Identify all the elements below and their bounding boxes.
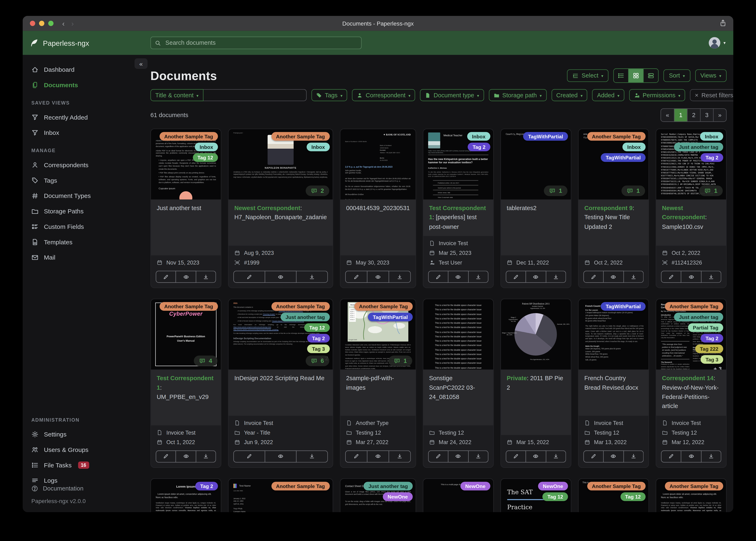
preview-button[interactable]: [265, 271, 296, 283]
tag-pill[interactable]: Just another tag: [364, 482, 413, 490]
preview-button[interactable]: [604, 450, 624, 462]
tag-pill[interactable]: Tag 12: [543, 492, 568, 501]
tag-pill[interactable]: Inbox: [307, 143, 330, 151]
tag-pill[interactable]: Inbox: [700, 132, 723, 141]
pagination-next[interactable]: »: [713, 109, 726, 122]
sidebar-item-document-types[interactable]: Document Types: [23, 188, 141, 203]
tag-pill[interactable]: Tag 3: [307, 344, 330, 353]
comment-count-badge[interactable]: 1: [544, 186, 567, 196]
search-input[interactable]: [164, 39, 357, 47]
pagination-page-2[interactable]: 2: [687, 109, 700, 122]
edit-button[interactable]: [506, 271, 526, 283]
created-filter-button[interactable]: Created▾: [551, 89, 587, 101]
edit-button[interactable]: [233, 450, 265, 462]
tag-pill[interactable]: NewOne: [460, 482, 490, 490]
document-thumbnail[interactable]: French Country Bread For the Leaven 1 he…: [579, 299, 649, 369]
select-button[interactable]: Select▾: [567, 69, 609, 82]
document-thumbnail[interactable]: Contact Sheet Demo Given a set of image …: [340, 479, 416, 512]
tag-pill[interactable]: TagWithPartial: [368, 313, 413, 321]
tag-pill[interactable]: Partial Tag: [688, 323, 723, 332]
tag-pill[interactable]: Another Sample Tag: [271, 302, 330, 311]
edit-button[interactable]: [428, 450, 449, 462]
sidebar-item-documents[interactable]: Documents: [23, 77, 141, 93]
edit-button[interactable]: [345, 271, 367, 283]
document-thumbnail[interactable]: CyberPower PowerPanel® Business Edition …: [151, 299, 221, 369]
document-thumbnail[interactable]: Serial Number,Company Name,Employe 97881…: [656, 129, 726, 199]
tag-pill[interactable]: TagWithPartial: [601, 302, 645, 311]
documentation-link[interactable]: Documentation: [23, 482, 141, 495]
document-card[interactable]: CyberPower PowerPanel® Business Edition …: [150, 299, 221, 468]
sidebar-item-templates[interactable]: Templates: [23, 234, 141, 250]
document-type-filter-button[interactable]: Document type▾: [420, 89, 484, 101]
edit-button[interactable]: [583, 450, 604, 462]
document-correspondent[interactable]: Correspondent 14: [662, 375, 713, 382]
download-button[interactable]: [624, 271, 644, 283]
user-menu[interactable]: ▾: [709, 37, 726, 49]
views-button[interactable]: Views▾: [695, 69, 727, 82]
tag-pill[interactable]: Inbox: [195, 143, 218, 151]
tag-pill[interactable]: Just another tag: [674, 143, 723, 151]
document-card[interactable]: The SAT PracticeTest #1 Make time to tak…: [500, 478, 571, 512]
share-icon[interactable]: [719, 19, 726, 29]
sidebar-item-users-groups[interactable]: Users & Groups: [23, 442, 141, 457]
edit-button[interactable]: [156, 271, 176, 283]
tag-pill[interactable]: Tag 2: [468, 143, 490, 151]
download-button[interactable]: [546, 450, 566, 462]
document-correspondent[interactable]: Newest Correspondent: [662, 205, 705, 221]
document-card[interactable]: Test Name 123-456-7890 January 2, 2022 J…: [228, 478, 333, 512]
document-card[interactable]: Lorem ipsum Lorem ipsum dolor sit amet, …: [656, 478, 727, 512]
sidebar-item-recently-added[interactable]: Recently Added: [23, 109, 141, 125]
sort-button[interactable]: Sort▾: [664, 69, 690, 82]
title-content-filter-input[interactable]: [203, 89, 306, 101]
download-button[interactable]: [546, 271, 566, 283]
sidebar-item-storage-paths[interactable]: Storage Paths: [23, 203, 141, 219]
document-thumbnail[interactable]: Boundary Waters Trip Legend■ Day 1■ Day …: [340, 299, 416, 369]
document-title[interactable]: Private: 2011 BP Pie 2: [501, 370, 571, 435]
document-title[interactable]: Just another test: [151, 199, 221, 255]
comment-count-badge[interactable]: 1: [389, 356, 412, 366]
document-card[interactable]: Lorem ipsum Lorem ipsum dolor sit amet, …: [150, 478, 221, 512]
document-title[interactable]: 2sample-pdf-with-images: [340, 370, 416, 416]
edit-button[interactable]: [661, 271, 682, 283]
sidebar-item-mail[interactable]: Mail: [23, 250, 141, 265]
document-title[interactable]: tablerates2: [501, 199, 571, 255]
preview-button[interactable]: [176, 271, 196, 283]
tag-pill[interactable]: Tag 2: [307, 334, 330, 343]
document-card[interactable]: Francja pod r NAPOLEON BONAPARTE Urodzon…: [228, 129, 333, 288]
sidebar-item-custom-fields[interactable]: Custom Fields: [23, 219, 141, 234]
sidebar-item-correspondents[interactable]: Correspondents: [23, 157, 141, 173]
tag-pill[interactable]: Another Sample Tag: [587, 132, 646, 141]
document-title[interactable]: InDesign 2022 Scripting Read Me: [229, 370, 333, 416]
document-card[interactable]: This is a multi page document. Page 1. N…: [423, 478, 494, 512]
tag-pill[interactable]: Another Sample Tag: [587, 482, 646, 490]
document-title[interactable]: Correspondent 14: Review-of-New-York-Fed…: [656, 370, 726, 416]
edit-button[interactable]: [661, 450, 682, 462]
document-thumbnail[interactable]: Francja pod r NAPOLEON BONAPARTE Urodzon…: [229, 129, 333, 199]
tag-pill[interactable]: Inbox: [623, 143, 646, 151]
edit-button[interactable]: [233, 271, 265, 283]
sidebar-item-file-tasks[interactable]: File Tasks 16: [23, 457, 141, 473]
tag-pill[interactable]: Another Sample Tag: [271, 482, 330, 490]
preview-button[interactable]: [367, 271, 389, 283]
document-thumbnail[interactable]: The SAT PracticeTest #1 Make time to tak…: [501, 479, 571, 512]
tag-pill[interactable]: Tag 2: [701, 334, 723, 343]
pagination-prev[interactable]: «: [661, 109, 674, 122]
download-button[interactable]: [296, 450, 328, 462]
preview-button[interactable]: [265, 450, 296, 462]
download-button[interactable]: [468, 450, 488, 462]
tag-pill[interactable]: Tag 2: [701, 153, 723, 162]
tag-pill[interactable]: Another Sample Tag: [665, 482, 723, 490]
correspondent-filter-button[interactable]: Correspondent▾: [352, 89, 415, 101]
view-grid-button[interactable]: [628, 69, 643, 82]
close-window-button[interactable]: [30, 21, 35, 26]
download-button[interactable]: [701, 450, 721, 462]
document-card[interactable]: French Country Bread For the Leaven 1 he…: [578, 299, 649, 468]
tags-filter-button[interactable]: Tags▾: [311, 89, 347, 101]
document-thumbnail[interactable]: This is a test Another Sample TagTag 12: [579, 479, 649, 512]
document-card[interactable]: Medical Teacher ISSN: 0142-159X (Print) …: [423, 129, 494, 288]
document-card[interactable]: one,1.0 five,5.0 Another Sample TagInbox…: [578, 129, 649, 288]
download-button[interactable]: [196, 450, 216, 462]
title-content-filter-button[interactable]: Title & content▾: [150, 89, 203, 101]
edit-button[interactable]: [156, 450, 176, 462]
tag-pill[interactable]: NewOne: [383, 492, 413, 501]
